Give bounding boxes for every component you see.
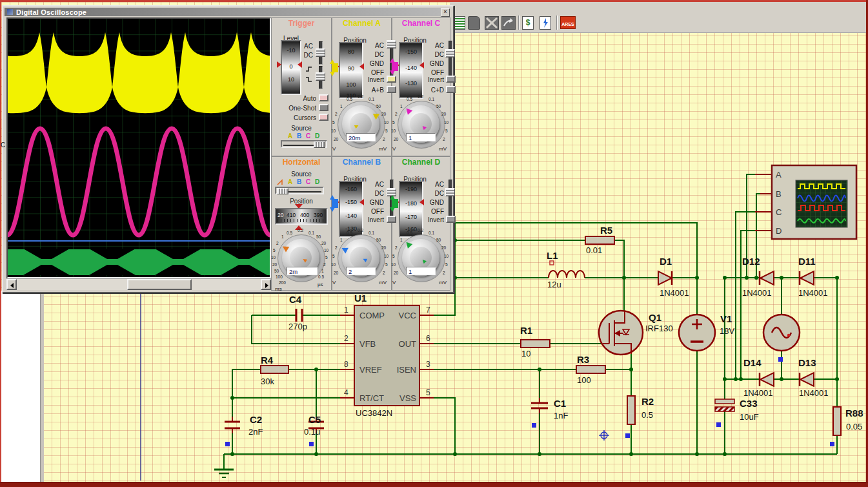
- horizontal-source-thumb[interactable]: [277, 188, 288, 194]
- resistor-r3[interactable]: [576, 366, 605, 373]
- channel-c-sum-button[interactable]: [446, 86, 456, 93]
- knob-scale: 0.2: [298, 228, 303, 233]
- oscilloscope-component[interactable]: [772, 165, 856, 239]
- pin-number: 2: [344, 334, 348, 343]
- window-titlebar[interactable]: Digital Oscilloscope: [5, 8, 449, 16]
- coupling-label: AC: [425, 181, 444, 188]
- knob-scale: 5: [445, 129, 448, 133]
- channel-letter-c: C: [306, 178, 310, 185]
- mosfet-q1[interactable]: [599, 311, 643, 355]
- knob-unit: V: [332, 280, 336, 285]
- diode-d13[interactable]: [800, 373, 814, 386]
- diode-d14[interactable]: [760, 373, 774, 386]
- knob-unit: µs: [318, 282, 323, 287]
- knob-scale: 0.1: [368, 97, 374, 101]
- knob-scale: 20: [334, 271, 338, 275]
- horizontal-value[interactable]: 2m: [287, 267, 318, 275]
- knob-scale: 2: [335, 112, 338, 116]
- channel-a-value[interactable]: 20m: [346, 133, 376, 141]
- knob-scale: 10: [331, 262, 336, 267]
- horizontal-source-label: Source: [282, 171, 321, 178]
- knob-scale: 0.5: [318, 275, 324, 279]
- channel-c-invert-button[interactable]: [446, 76, 456, 83]
- channel-d-coupling-thumb[interactable]: [445, 188, 455, 196]
- resistor-r1[interactable]: [521, 340, 550, 347]
- battery-v1[interactable]: [679, 315, 715, 351]
- channel-d-invert-button[interactable]: [446, 216, 456, 223]
- cursors-button[interactable]: [319, 114, 328, 121]
- window-icon: [7, 9, 13, 15]
- scroll-right-button[interactable]: [261, 279, 271, 290]
- scope-waveforms: [8, 19, 270, 277]
- channel-letter-b: B: [297, 132, 301, 140]
- tick: 10: [282, 76, 300, 83]
- display-scrollbar[interactable]: [6, 278, 271, 290]
- channel-c-value[interactable]: 1: [406, 133, 436, 141]
- coupling-label: GND: [425, 60, 444, 67]
- scroll-left-button[interactable]: [6, 279, 17, 290]
- channel-c-coupling-switch[interactable]: [449, 41, 452, 79]
- diode-d1[interactable]: [658, 271, 672, 285]
- capacitor-c1[interactable]: [531, 403, 548, 408]
- trigger-edge-thumb[interactable]: [316, 72, 325, 81]
- horizontal-position-scale[interactable]: 20 410 400 390: [275, 208, 328, 225]
- ground-symbol[interactable]: [214, 470, 234, 477]
- oscilloscope-window[interactable]: Digital Oscilloscope ×: [2, 5, 454, 293]
- val-r5: 0.01: [586, 245, 602, 255]
- diode-d12[interactable]: [760, 271, 774, 285]
- knob-scale: 2: [383, 271, 385, 275]
- val-c33: 10uF: [740, 412, 759, 422]
- channel-b-value[interactable]: 2: [346, 267, 376, 275]
- channel-c-coupling-thumb[interactable]: [445, 49, 455, 57]
- resistor-r5[interactable]: [585, 236, 614, 244]
- one-shot-button[interactable]: [319, 104, 328, 111]
- channel-b-invert-button[interactable]: [387, 216, 396, 223]
- channel-a-position-arrows[interactable]: [329, 59, 336, 76]
- channel-c-position-arrows[interactable]: [389, 58, 396, 75]
- scrollbar-thumb[interactable]: [127, 279, 192, 290]
- coupling-label: DC: [425, 190, 444, 197]
- resistor-r2[interactable]: [627, 396, 635, 424]
- knob-scale: 100: [276, 275, 283, 279]
- channel-a-sum-button[interactable]: [387, 86, 396, 93]
- pin-name: ISEN: [390, 365, 416, 375]
- knob-scale: 5: [392, 254, 395, 258]
- pin-name: VREF: [359, 365, 382, 375]
- channel-d-coupling-switch[interactable]: [449, 180, 452, 218]
- val-l1: 12u: [547, 280, 561, 289]
- val-c5: 0.1u: [304, 427, 320, 437]
- rising-edge-icon: [305, 66, 313, 72]
- trigger-source-slider[interactable]: [281, 140, 327, 148]
- resistor-r88[interactable]: [833, 407, 841, 435]
- coupling-label: OFF: [365, 208, 384, 215]
- tick: -160: [340, 186, 362, 192]
- horizontal-source-slider[interactable]: [275, 187, 324, 194]
- trigger-coupling-thumb[interactable]: [316, 48, 325, 57]
- channel-a-coupling-thumb[interactable]: [387, 40, 396, 48]
- ic-u1[interactable]: [354, 306, 419, 406]
- knob-scale: 5: [385, 262, 388, 267]
- channel-d-value[interactable]: 1: [406, 267, 436, 275]
- inductor-l1[interactable]: [549, 261, 585, 278]
- trigger-source-thumb[interactable]: [314, 141, 325, 148]
- coupling-label: GND: [365, 60, 384, 67]
- ref-v1: V1: [720, 313, 732, 324]
- scope-pin-d: D: [776, 226, 782, 236]
- pin-number: 1: [344, 306, 348, 315]
- channel-a-invert-button[interactable]: [387, 76, 396, 83]
- auto-button[interactable]: [319, 94, 328, 101]
- close-button[interactable]: ×: [441, 8, 450, 17]
- scale-number: 410: [287, 212, 296, 218]
- channel-d-position-arrows[interactable]: [389, 195, 396, 212]
- ac-source[interactable]: [763, 315, 800, 351]
- coupling-label: DC: [365, 51, 384, 58]
- capacitor-c4[interactable]: [296, 309, 302, 322]
- pin-number: 5: [426, 388, 430, 397]
- knob-scale: 0.5: [287, 231, 292, 235]
- channel-b-position-arrows[interactable]: [329, 195, 336, 212]
- capacitor-c2[interactable]: [225, 422, 240, 428]
- capacitor-c33[interactable]: [715, 399, 734, 411]
- diode-d11[interactable]: [800, 271, 814, 285]
- knob-scale: 20: [394, 271, 398, 275]
- resistor-r4[interactable]: [261, 366, 288, 373]
